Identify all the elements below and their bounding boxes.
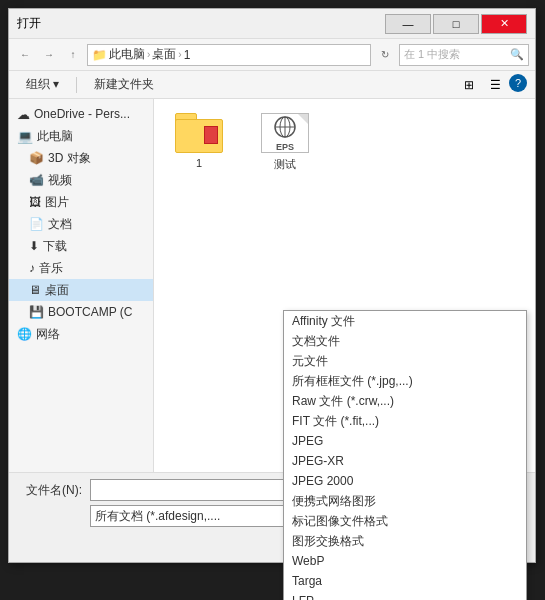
sidebar-item-music[interactable]: ♪ 音乐 bbox=[9, 257, 153, 279]
back-button[interactable]: ← bbox=[15, 45, 35, 65]
search-box[interactable]: 在 1 中搜索 🔍 bbox=[399, 44, 529, 66]
toolbar-right: ⊞ ☰ ? bbox=[457, 74, 527, 96]
onedrive-label: OneDrive - Pers... bbox=[34, 107, 130, 121]
close-button[interactable]: ✕ bbox=[481, 14, 527, 34]
network-icon: 🌐 bbox=[17, 327, 32, 341]
downloads-label: 下载 bbox=[43, 238, 67, 255]
sidebar-item-pictures[interactable]: 🖼 图片 bbox=[9, 191, 153, 213]
filetype-selected-text: 所有文档 (*.afdesign,.... bbox=[95, 508, 220, 525]
help-button[interactable]: ? bbox=[509, 74, 527, 92]
folder-label: 1 bbox=[196, 157, 202, 169]
toolbar-separator bbox=[76, 77, 77, 93]
eps-file-icon: EPS bbox=[261, 113, 309, 153]
dropdown-item-7[interactable]: JPEG-XR bbox=[284, 451, 526, 471]
path-icon: 📁 bbox=[92, 48, 107, 62]
search-icon: 🔍 bbox=[510, 48, 524, 61]
sidebar-item-onedrive[interactable]: ☁ OneDrive - Pers... bbox=[9, 103, 153, 125]
dropdown-item-3[interactable]: 所有框框文件 (*.jpg,...) bbox=[284, 371, 526, 391]
network-label: 网络 bbox=[36, 326, 60, 343]
filetype-dropdown: Affinity 文件 文档文件 元文件 所有框框文件 (*.jpg,...) … bbox=[283, 310, 527, 600]
dropdown-item-11[interactable]: 图形交换格式 bbox=[284, 531, 526, 551]
dropdown-item-0[interactable]: Affinity 文件 bbox=[284, 311, 526, 331]
sidebar-item-video[interactable]: 📹 视频 bbox=[9, 169, 153, 191]
dropdown-item-12[interactable]: WebP bbox=[284, 551, 526, 571]
video-label: 视频 bbox=[48, 172, 72, 189]
sidebar-item-network[interactable]: 🌐 网络 bbox=[9, 323, 153, 345]
path-part-1: 此电脑 bbox=[109, 46, 145, 63]
sidebar-item-bootcamp[interactable]: 💾 BOOTCAMP (C bbox=[9, 301, 153, 323]
thispc-label: 此电脑 bbox=[37, 128, 73, 145]
view-button-2[interactable]: ☰ bbox=[483, 74, 507, 96]
dropdown-item-8[interactable]: JPEG 2000 bbox=[284, 471, 526, 491]
sidebar-item-thispc[interactable]: 💻 此电脑 bbox=[9, 125, 153, 147]
eps-text-label: EPS bbox=[276, 142, 294, 152]
pictures-icon: 🖼 bbox=[29, 195, 41, 209]
dialog-title: 打开 bbox=[17, 15, 385, 32]
dropdown-item-2[interactable]: 元文件 bbox=[284, 351, 526, 371]
title-bar: 打开 — □ ✕ bbox=[9, 9, 535, 39]
dropdown-item-6[interactable]: JPEG bbox=[284, 431, 526, 451]
pictures-label: 图片 bbox=[45, 194, 69, 211]
video-icon: 📹 bbox=[29, 173, 44, 187]
desktop-icon: 🖥 bbox=[29, 283, 41, 297]
search-placeholder: 在 1 中搜索 bbox=[404, 47, 460, 62]
new-folder-button[interactable]: 新建文件夹 bbox=[85, 74, 163, 96]
3dobjects-icon: 📦 bbox=[29, 151, 44, 165]
address-path[interactable]: 📁 此电脑 › 桌面 › 1 bbox=[87, 44, 371, 66]
separator-2: › bbox=[178, 49, 181, 60]
refresh-button[interactable]: ↻ bbox=[375, 45, 395, 65]
separator-1: › bbox=[147, 49, 150, 60]
onedrive-icon: ☁ bbox=[17, 107, 30, 122]
toolbar: 组织 ▾ 新建文件夹 ⊞ ☰ ? bbox=[9, 71, 535, 99]
dropdown-item-9[interactable]: 便携式网络图形 bbox=[284, 491, 526, 511]
computer-icon: 💻 bbox=[17, 129, 33, 144]
path-part-2: 桌面 bbox=[152, 46, 176, 63]
downloads-icon: ⬇ bbox=[29, 239, 39, 253]
dropdown-item-1[interactable]: 文档文件 bbox=[284, 331, 526, 351]
dropdown-item-4[interactable]: Raw 文件 (*.crw,...) bbox=[284, 391, 526, 411]
bootcamp-icon: 💾 bbox=[29, 305, 44, 319]
file-item-folder[interactable]: 1 bbox=[164, 109, 234, 176]
3dobjects-label: 3D 对象 bbox=[48, 150, 91, 167]
documents-label: 文档 bbox=[48, 216, 72, 233]
bootcamp-label: BOOTCAMP (C bbox=[48, 305, 132, 319]
music-label: 音乐 bbox=[39, 260, 63, 277]
organize-button[interactable]: 组织 ▾ bbox=[17, 74, 68, 96]
desktop-label: 桌面 bbox=[45, 282, 69, 299]
file-item-eps[interactable]: EPS 测试 bbox=[250, 109, 320, 176]
sidebar-item-desktop[interactable]: 🖥 桌面 bbox=[9, 279, 153, 301]
dropdown-item-5[interactable]: FIT 文件 (*.fit,...) bbox=[284, 411, 526, 431]
documents-icon: 📄 bbox=[29, 217, 44, 231]
up-button[interactable]: ↑ bbox=[63, 45, 83, 65]
dropdown-item-10[interactable]: 标记图像文件格式 bbox=[284, 511, 526, 531]
view-button-1[interactable]: ⊞ bbox=[457, 74, 481, 96]
forward-button[interactable]: → bbox=[39, 45, 59, 65]
maximize-button[interactable]: □ bbox=[433, 14, 479, 34]
filename-label: 文件名(N): bbox=[17, 482, 82, 499]
sidebar-item-downloads[interactable]: ⬇ 下载 bbox=[9, 235, 153, 257]
address-bar: ← → ↑ 📁 此电脑 › 桌面 › 1 ↻ 在 1 中搜索 🔍 bbox=[9, 39, 535, 71]
path-part-3: 1 bbox=[184, 48, 191, 62]
sidebar-item-3dobjects[interactable]: 📦 3D 对象 bbox=[9, 147, 153, 169]
sidebar: ☁ OneDrive - Pers... 💻 此电脑 📦 3D 对象 📹 视频 … bbox=[9, 99, 154, 472]
dropdown-item-13[interactable]: Targa bbox=[284, 571, 526, 591]
eps-file-label: 测试 bbox=[274, 157, 296, 172]
dropdown-item-14[interactable]: LFP bbox=[284, 591, 526, 600]
title-bar-controls: — □ ✕ bbox=[385, 14, 527, 34]
minimize-button[interactable]: — bbox=[385, 14, 431, 34]
music-icon: ♪ bbox=[29, 261, 35, 275]
sidebar-item-documents[interactable]: 📄 文档 bbox=[9, 213, 153, 235]
folder-icon bbox=[175, 113, 223, 153]
eps-network-symbol bbox=[271, 115, 299, 142]
